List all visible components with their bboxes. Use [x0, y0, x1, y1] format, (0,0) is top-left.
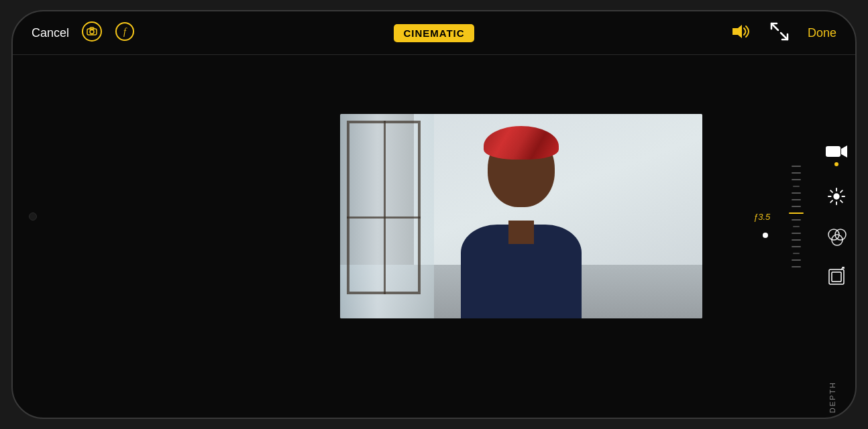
slider-track: [789, 166, 804, 267]
volume-icon: [731, 23, 751, 40]
f-value-label: ƒ3.5: [753, 211, 770, 221]
tick-9: [793, 226, 800, 227]
color-mix-icon: [827, 227, 846, 245]
aperture-icon: f: [115, 21, 135, 42]
top-bar: Cancel f CINEMATIC: [13, 11, 855, 55]
camera-mode-button[interactable]: [81, 21, 103, 45]
svg-line-8: [781, 33, 788, 40]
transform-button[interactable]: [826, 267, 847, 290]
tick-3: [792, 179, 801, 180]
tick-10: [792, 233, 801, 234]
camera-dot: [29, 212, 37, 221]
video-cam-icon: [825, 143, 848, 160]
expand-button[interactable]: [770, 22, 789, 44]
depth-label: DEPTH: [828, 381, 836, 413]
svg-line-17: [840, 200, 843, 202]
right-icons: [818, 55, 855, 377]
bottom-area: DEPTH: [13, 377, 855, 418]
cinematic-badge[interactable]: CINEMATIC: [394, 24, 474, 42]
video-thumbnail: [340, 114, 702, 318]
done-button[interactable]: Done: [808, 26, 836, 40]
svg-point-11: [833, 193, 839, 199]
svg-line-16: [830, 190, 832, 192]
slider-area[interactable]: ƒ3.5: [775, 55, 818, 377]
video-cam-indicator: [834, 162, 838, 166]
tick-6: [792, 199, 801, 200]
window-v-bar: [384, 121, 386, 294]
top-bar-right: Done: [702, 22, 836, 44]
video-frame[interactable]: [268, 55, 775, 377]
tick-8: [792, 219, 801, 221]
svg-line-19: [830, 200, 832, 202]
transform-icon: [826, 267, 847, 290]
right-panel: ƒ3.5: [775, 55, 855, 377]
left-area: [13, 55, 268, 377]
svg-text:f: f: [123, 27, 127, 37]
tick-13: [793, 253, 800, 254]
tick-4: [793, 186, 800, 187]
top-bar-center: CINEMATIC: [394, 24, 474, 42]
tick-active: [789, 212, 804, 214]
video-cam-button[interactable]: [825, 143, 848, 166]
aperture-button[interactable]: f: [115, 21, 135, 44]
phone-frame: Cancel f CINEMATIC: [11, 10, 857, 419]
tick-12: [792, 246, 801, 247]
head-wrap: [484, 126, 559, 160]
brightness-icon: [828, 188, 845, 205]
svg-line-18: [840, 190, 843, 192]
expand-icon: [770, 22, 789, 41]
volume-button[interactable]: [731, 23, 751, 43]
color-mix-button[interactable]: [827, 227, 846, 245]
tick-14: [792, 259, 801, 261]
tick-11: [792, 239, 801, 241]
tick-5: [792, 192, 801, 194]
svg-point-0: [83, 22, 101, 41]
tick-1: [792, 166, 801, 167]
subject: [454, 114, 588, 318]
camera-mode-icon: [81, 21, 103, 42]
svg-rect-24: [832, 272, 841, 282]
svg-marker-10: [841, 145, 847, 158]
tick-15: [792, 266, 801, 267]
top-bar-left: Cancel f: [32, 21, 166, 45]
brightness-button[interactable]: [828, 188, 845, 205]
subject-neck: [508, 221, 534, 244]
svg-rect-9: [826, 146, 840, 157]
svg-line-7: [771, 23, 778, 30]
svg-marker-6: [733, 25, 742, 38]
tick-7: [792, 206, 801, 207]
svg-point-2: [90, 30, 94, 34]
main-content: ƒ3.5: [13, 55, 855, 377]
slider-dot: [763, 233, 768, 238]
cancel-button[interactable]: Cancel: [32, 26, 69, 40]
tick-2: [792, 172, 801, 174]
